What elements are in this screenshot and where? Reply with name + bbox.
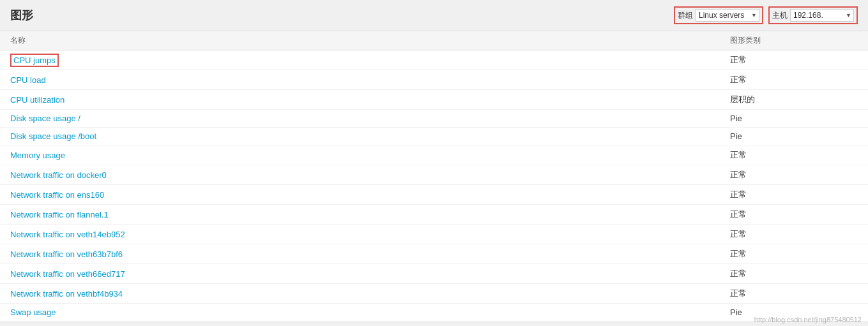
- row-type-cell: 正常: [730, 268, 858, 279]
- col-type-header: 图形类别: [730, 35, 858, 46]
- table-row: Network traffic on vethbf4b934正常: [0, 284, 868, 304]
- table-row: Network traffic on ens160正常: [0, 185, 868, 205]
- row-type-cell: Pie: [730, 131, 858, 141]
- row-name-cell: Network traffic on vethbf4b934: [10, 289, 730, 299]
- row-name-cell: Network traffic on ens160: [10, 190, 730, 200]
- graph-link[interactable]: CPU load: [10, 75, 46, 85]
- host-select[interactable]: 192.168.: [790, 9, 854, 22]
- row-name-cell: Disk space usage /boot: [10, 131, 730, 141]
- table-row: Network traffic on veth66ed717正常: [0, 264, 868, 284]
- row-name-cell: Network traffic on veth63b7bf6: [10, 249, 730, 259]
- row-type-cell: 正常: [730, 189, 858, 200]
- graph-link[interactable]: Network traffic on flannel.1: [10, 210, 109, 219]
- row-name-cell: CPU utilization: [10, 95, 730, 105]
- row-name-cell: Network traffic on flannel.1: [10, 210, 730, 219]
- graph-link[interactable]: Disk space usage /: [10, 114, 80, 123]
- table-body: CPU jumps正常CPU load正常CPU utilization层积的D…: [0, 50, 868, 322]
- graph-link[interactable]: Network traffic on ens160: [10, 190, 104, 200]
- row-type-cell: 正常: [730, 248, 858, 260]
- filter-area: 群组 Linux servers 主机 192.168.: [674, 6, 858, 24]
- graph-link[interactable]: Network traffic on veth66ed717: [10, 269, 125, 279]
- graph-link[interactable]: Memory usage: [10, 151, 65, 160]
- table-row: CPU jumps正常: [0, 50, 868, 70]
- table-row: Disk space usage /bootPie: [0, 128, 868, 145]
- graph-link[interactable]: Network traffic on vethbf4b934: [10, 289, 123, 299]
- table-row: Network traffic on veth63b7bf6正常: [0, 244, 868, 264]
- graph-link[interactable]: Network traffic on veth63b7bf6: [10, 249, 123, 259]
- group-label: 群组: [678, 10, 693, 21]
- row-type-cell: Pie: [730, 114, 858, 123]
- row-type-cell: Pie: [730, 307, 858, 317]
- graph-link[interactable]: Network traffic on veth14eb952: [10, 230, 125, 239]
- table-header: 名称 图形类别: [0, 31, 868, 50]
- table-row: Swap usagePie: [0, 304, 868, 322]
- group-select[interactable]: Linux servers: [696, 9, 759, 22]
- graph-link[interactable]: Network traffic on docker0: [10, 170, 107, 180]
- col-name-header: 名称: [10, 35, 730, 46]
- row-name-cell: Network traffic on veth14eb952: [10, 230, 730, 239]
- table-row: Network traffic on docker0正常: [0, 165, 868, 185]
- host-select-wrapper[interactable]: 192.168.: [790, 9, 854, 22]
- page-header: 图形 群组 Linux servers 主机 192.168.: [0, 0, 868, 31]
- table-row: CPU utilization层积的: [0, 90, 868, 110]
- graph-table: 名称 图形类别 CPU jumps正常CPU load正常CPU utiliza…: [0, 31, 868, 322]
- row-name-cell: Memory usage: [10, 151, 730, 160]
- row-type-cell: 正常: [730, 54, 858, 66]
- graph-link[interactable]: CPU jumps: [10, 54, 59, 67]
- row-name-cell: CPU load: [10, 75, 730, 85]
- row-type-cell: 正常: [730, 74, 858, 85]
- group-select-wrapper[interactable]: Linux servers: [696, 9, 759, 22]
- graph-link[interactable]: Swap usage: [10, 307, 56, 317]
- row-name-cell: Network traffic on docker0: [10, 170, 730, 180]
- table-row: Disk space usage /Pie: [0, 110, 868, 128]
- page-title: 图形: [10, 8, 33, 23]
- row-name-cell: Disk space usage /: [10, 114, 730, 123]
- graph-link[interactable]: Disk space usage /boot: [10, 131, 96, 141]
- row-type-cell: 正常: [730, 149, 858, 161]
- table-row: Memory usage正常: [0, 145, 868, 165]
- row-type-cell: 正常: [730, 169, 858, 181]
- table-row: CPU load正常: [0, 70, 868, 90]
- table-row: Network traffic on veth14eb952正常: [0, 225, 868, 244]
- row-name-cell: Network traffic on veth66ed717: [10, 269, 730, 279]
- row-type-cell: 正常: [730, 288, 858, 299]
- host-filter: 主机 192.168.: [768, 6, 858, 24]
- row-type-cell: 层积的: [730, 94, 858, 105]
- row-name-cell: CPU jumps: [10, 56, 730, 65]
- row-type-cell: 正常: [730, 228, 858, 240]
- host-label: 主机: [772, 10, 788, 21]
- row-name-cell: Swap usage: [10, 307, 730, 317]
- content-area: 名称 图形类别 CPU jumps正常CPU load正常CPU utiliza…: [0, 31, 868, 322]
- graph-link[interactable]: CPU utilization: [10, 95, 65, 105]
- table-row: Network traffic on flannel.1正常: [0, 205, 868, 225]
- group-filter: 群组 Linux servers: [674, 6, 763, 24]
- row-type-cell: 正常: [730, 209, 858, 220]
